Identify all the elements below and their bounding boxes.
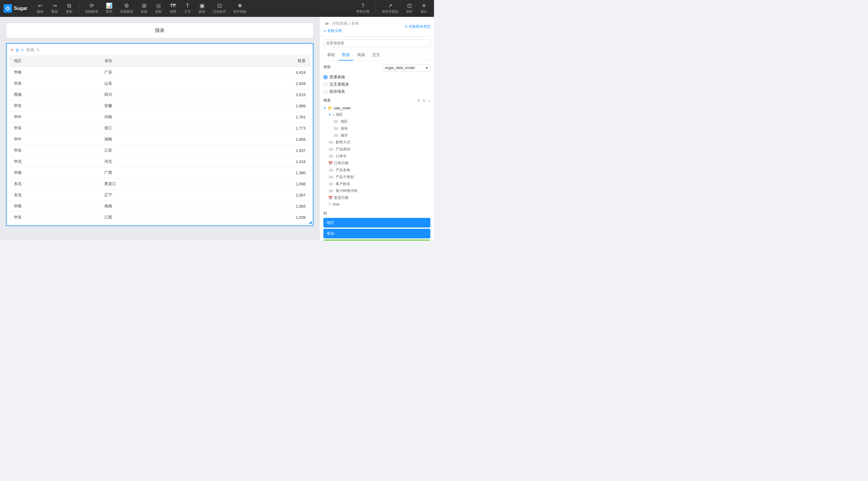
tree-item-shipping-name[interactable]: 邮寄方式 (336, 140, 350, 145)
cell-count: 1,773 (210, 123, 310, 134)
widget-label: 表格 (26, 47, 34, 53)
folder-name: sale_order (334, 106, 351, 110)
cell-count: 1,039 (210, 212, 310, 223)
tab-advanced[interactable]: 高级 (353, 50, 369, 61)
save-preview-button[interactable]: ↗ 保存并预览 (379, 3, 401, 14)
col-item-sum-count[interactable]: 求和(数量) ↕ (323, 239, 430, 241)
undo-icon: ↩ (38, 3, 42, 8)
tree-item-region-name[interactable]: 地区 (341, 119, 348, 124)
table-body: 华南 广东 4,424 华东 山东 2,659 西南 四川 2,015 华东 安… (9, 67, 310, 223)
table-row: 华东 江苏 1,637 (9, 145, 310, 156)
table-row: 华东 安徽 1,889 (9, 100, 310, 111)
str-badge-10: Str (328, 189, 334, 193)
panel-doc-link[interactable]: ⊙ 表格文档 (323, 28, 359, 33)
search-dimension-icon[interactable]: ⌕ (428, 98, 430, 103)
tree-item-time-name[interactable]: time (333, 202, 340, 206)
radio-pivot-table[interactable]: 交叉透视表 (323, 82, 430, 87)
cell-count: 1,098 (210, 179, 310, 190)
chart-button[interactable]: 📊 图表 (102, 3, 116, 14)
copy-button[interactable]: ⧉ 复制 (62, 3, 76, 14)
media-icon: ▣ (199, 3, 205, 8)
tree-item-product-name: Str 产品名称 (328, 167, 430, 173)
smart-chart-button[interactable]: ⟳ 智能图表 (82, 3, 101, 14)
canvas-area: 报表 ✕ ⧉ ⤢ 表格 ✎ 地区 省份 数量 华南 (0, 17, 319, 241)
settings-search-input[interactable] (323, 39, 430, 47)
radio-retention-table[interactable]: 留存报表 (323, 89, 430, 94)
text-icon: T (186, 3, 189, 8)
tree-folder-sale-order[interactable]: ▼ 📁 sale_order (323, 105, 430, 111)
advanced-chart-icon: ⚙ (124, 3, 129, 8)
text-button[interactable]: T 文字 (181, 3, 194, 14)
help-button[interactable]: ? 帮助文档 (353, 3, 373, 14)
table-row: 东北 黑龙江 1,098 (9, 179, 310, 190)
report-title-container: 报表 (6, 23, 313, 38)
type-select[interactable]: sugar_data_model ▾ (382, 64, 430, 71)
widget-duplicate-icon[interactable]: ⧉ (16, 47, 19, 53)
tree-item-product-name-label[interactable]: 产品名称 (336, 167, 350, 173)
save-preview-icon: ↗ (388, 3, 393, 8)
edit-dimension-icon[interactable]: ✎ (417, 98, 421, 103)
toolbar-right: ? 帮助文档 ↗ 保存并预览 ⊡ 保存 ✕ 退出 (353, 3, 430, 14)
cell-count: 1,067 (210, 190, 310, 201)
tab-interaction[interactable]: 交互 (369, 50, 384, 61)
widget-edit-icon[interactable]: ✎ (36, 47, 40, 53)
str-badge-6: Str (328, 155, 334, 158)
chevron-down-icon: ▾ (426, 66, 428, 70)
tree-item-region-group-name[interactable]: 地区 (336, 112, 343, 117)
dimension-header: 维度 ✎ ↻ ⌕ (323, 98, 430, 103)
tree-sub-arrow: ▼ (328, 113, 331, 116)
table-row: 西南 四川 2,015 (9, 89, 310, 100)
tab-data[interactable]: 数据 (338, 50, 353, 61)
map-button[interactable]: 🗺 地图 (166, 3, 180, 14)
exit-button[interactable]: ✕ 退出 (417, 3, 430, 14)
table-icon: ⊞ (142, 3, 147, 8)
radio-normal-table[interactable]: 普通表格 (323, 74, 430, 80)
col-header-count: 数量 (210, 55, 310, 67)
widget-close-icon[interactable]: ✕ (10, 47, 14, 53)
redo-icon: ↪ (53, 3, 57, 8)
tab-basic[interactable]: 基础 (323, 50, 338, 61)
table-widget[interactable]: ✕ ⧉ ⤢ 表格 ✎ 地区 省份 数量 华南 广东 4,424 (6, 43, 313, 226)
folder-icon: 📁 (328, 106, 333, 110)
widget-resize-handle[interactable]: ◢ (309, 220, 312, 224)
logo-text: Sugar (14, 6, 27, 11)
str-badge-8: Str (328, 175, 334, 179)
col-item-region[interactable]: 地区 (323, 218, 430, 228)
tree-item-region-str: Str 地区 (333, 118, 430, 125)
redo-button[interactable]: ↪ 重做 (48, 3, 61, 14)
col-item-province[interactable]: 省份 (323, 229, 430, 238)
metric-button[interactable]: ◎ 指标 (152, 3, 165, 14)
widget-expand-icon[interactable]: ⤢ (21, 47, 24, 53)
tree-item-product-sub-name[interactable]: 产品子类别 (336, 174, 354, 180)
save-button[interactable]: ⊡ 保存 (403, 3, 416, 14)
cell-region: 华东 (9, 100, 99, 111)
radio-retention-dot (323, 90, 328, 94)
tree-item-customer-type-name[interactable]: 客户种类代码 (336, 188, 358, 193)
undo-button[interactable]: ↩ 撤销 (33, 3, 47, 14)
dimension-label: 维度 (323, 98, 331, 103)
col-region-label: 地区 (327, 220, 334, 225)
tree-item-city-name[interactable]: 城市 (341, 133, 348, 138)
tree-item-province-name[interactable]: 省份 (341, 126, 348, 131)
cell-count: 1,418 (210, 156, 310, 167)
tree-item-order-no-name[interactable]: 订单号 (336, 154, 347, 159)
str-badge: Str (333, 120, 339, 123)
cell-province: 辽宁 (99, 190, 210, 201)
tree-item-product-cat-name[interactable]: 产品类别 (336, 147, 350, 152)
tree-item-customer-name-label[interactable]: 客户姓名 (336, 182, 350, 187)
panel-switch-link[interactable]: ↻ 切换图表类型 (405, 24, 430, 29)
tree-item-ship-date-name[interactable]: 发货日期 (334, 195, 348, 200)
component-button[interactable]: ❖ 组件模板 (230, 3, 250, 14)
tree-item-order-date-name[interactable]: 订单日期 (334, 161, 348, 166)
cell-count: 1,380 (210, 167, 310, 179)
panel-collapse-button[interactable]: ≫ (323, 20, 330, 27)
refresh-dimension-icon[interactable]: ↻ (423, 98, 426, 103)
cell-province: 安徽 (99, 100, 210, 111)
metric-icon: ◎ (156, 3, 161, 8)
cell-region: 东北 (9, 179, 99, 190)
advanced-chart-button[interactable]: ⚙ 高级图表 (117, 3, 136, 14)
media-button[interactable]: ▣ 媒体 (195, 3, 209, 14)
filter-button[interactable]: ⊡ 过滤条件 (210, 3, 229, 14)
cell-province: 广东 (99, 67, 210, 78)
table-button[interactable]: ⊞ 表格 (137, 3, 151, 14)
